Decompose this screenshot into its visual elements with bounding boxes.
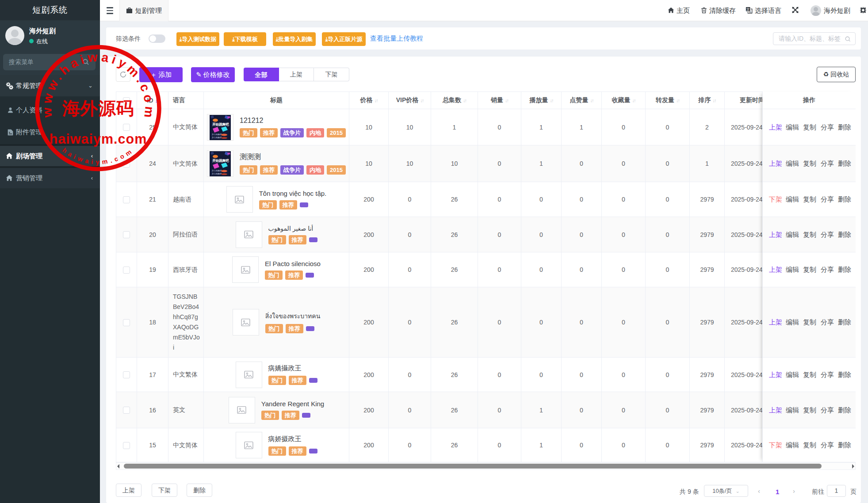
svg-text:开始跳舞吧: 开始跳舞吧: [212, 122, 229, 126]
svg-text:开心跳舞吧: 开心跳舞吧: [212, 136, 222, 139]
svg-text:A: A: [749, 10, 751, 13]
svg-text:开心跳舞吧: 开心跳舞吧: [212, 133, 222, 136]
svg-text:开始跳舞吧: 开始跳舞吧: [212, 159, 229, 163]
svg-text:haiwaiym.com: haiwaiym.com: [50, 131, 147, 147]
svg-text:开心跳舞吧: 开心跳舞吧: [212, 169, 222, 172]
svg-text:开心跳舞吧: 开心跳舞吧: [212, 172, 222, 175]
svg-text:海外源码: 海外源码: [62, 99, 134, 118]
